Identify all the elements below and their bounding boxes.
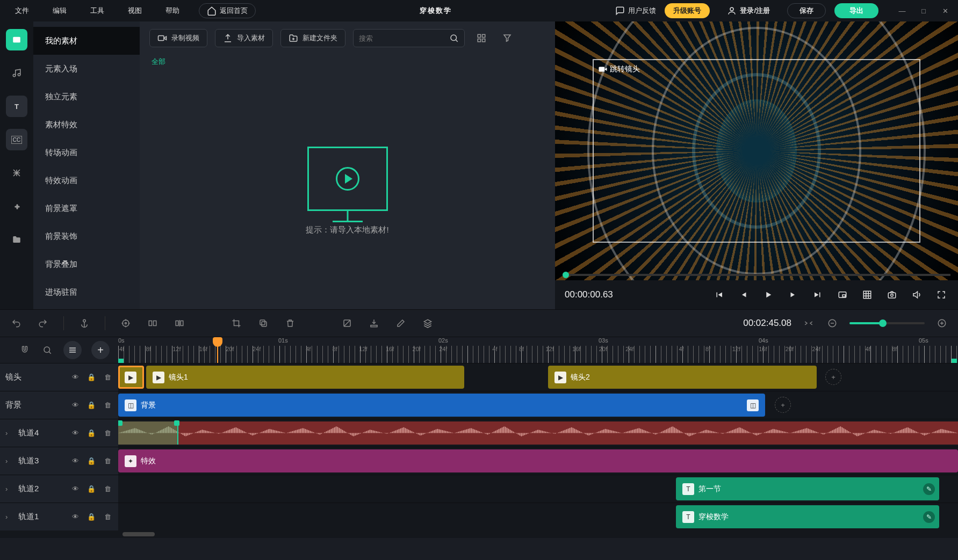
clip-shot-1[interactable]: ▶镜头1 — [146, 366, 464, 389]
preview-scrubber[interactable] — [563, 274, 950, 276]
fullscreen-button[interactable] — [934, 288, 948, 302]
clip-title[interactable]: T穿梭数学✎ — [676, 505, 939, 528]
hscroll-thumb[interactable] — [123, 532, 155, 536]
cat-fg-mask[interactable]: 前景遮罩 — [33, 194, 140, 222]
search-timeline-button[interactable] — [41, 344, 54, 357]
save-button[interactable]: 保存 — [787, 3, 826, 18]
mask-button[interactable] — [341, 317, 354, 330]
search-input[interactable] — [359, 34, 449, 42]
rail-text[interactable]: T — [6, 96, 27, 117]
lock-toggle[interactable]: 🔒 — [86, 429, 97, 437]
window-maximize[interactable]: □ — [914, 3, 933, 18]
rail-pattern[interactable] — [6, 162, 27, 184]
list-tracks-button[interactable] — [63, 341, 82, 359]
menu-edit[interactable]: 编辑 — [41, 0, 78, 21]
cat-standalone[interactable]: 独立元素 — [33, 83, 140, 111]
clip-bg[interactable]: ◫背景◫ — [118, 394, 765, 417]
filter-all[interactable]: 全部 — [152, 57, 165, 66]
add-clip-button[interactable]: + — [825, 369, 841, 385]
snapshot-button[interactable] — [885, 288, 899, 302]
menu-view[interactable]: 视图 — [116, 0, 154, 21]
visibility-toggle[interactable]: 👁 — [70, 373, 81, 381]
delete-track[interactable]: 🗑 — [102, 485, 113, 493]
cat-bg-overlay[interactable]: 背景叠加 — [33, 250, 140, 278]
clip-audio[interactable] — [118, 421, 958, 445]
upgrade-button[interactable]: 升级账号 — [665, 3, 710, 18]
rail-plugin[interactable] — [6, 195, 27, 217]
delete-track[interactable]: 🗑 — [102, 513, 113, 521]
newfolder-button[interactable]: 新建文件夹 — [280, 29, 345, 47]
grid-button[interactable] — [860, 288, 874, 302]
lock-toggle[interactable]: 🔒 — [86, 401, 97, 409]
magnet-button[interactable] — [18, 344, 31, 357]
delete-track[interactable]: 🗑 — [102, 429, 113, 437]
menu-file[interactable]: 文件 — [3, 0, 41, 21]
zoom-in-button[interactable] — [935, 317, 948, 330]
volume-button[interactable] — [910, 288, 924, 302]
cat-my-assets[interactable]: 我的素材 — [33, 27, 140, 55]
audio-selection[interactable] — [118, 421, 178, 445]
add-clip-button[interactable]: + — [775, 397, 791, 413]
chevron-right-icon[interactable]: › — [5, 429, 13, 437]
add-track-button[interactable]: + — [91, 341, 110, 359]
feedback-button[interactable]: 用户反馈 — [615, 6, 656, 16]
lock-toggle[interactable]: 🔒 — [86, 373, 97, 381]
clip-shot-0[interactable]: ▶ — [118, 366, 144, 389]
chevron-right-icon[interactable]: › — [5, 485, 13, 493]
rail-media[interactable] — [6, 29, 27, 50]
menu-tool[interactable]: 工具 — [78, 0, 116, 21]
in-marker[interactable] — [118, 359, 124, 363]
login-button[interactable]: 登录/注册 — [718, 3, 779, 18]
lane-shot[interactable]: ▶ ▶镜头1 ▶镜头2 + — [118, 363, 958, 391]
cat-enter-stay[interactable]: 进场驻留 — [33, 278, 140, 306]
layers-button[interactable] — [421, 317, 434, 330]
pip-button[interactable] — [835, 288, 849, 302]
zoom-knob[interactable] — [879, 319, 887, 327]
export-frame-button[interactable] — [368, 317, 380, 330]
cat-fg-deco[interactable]: 前景装饰 — [33, 222, 140, 250]
visibility-toggle[interactable]: 👁 — [70, 429, 81, 437]
clip-shot-2[interactable]: ▶镜头2 — [548, 366, 817, 389]
menu-help[interactable]: 帮助 — [154, 0, 191, 21]
search-box[interactable] — [353, 29, 465, 47]
scrubber-handle[interactable] — [563, 272, 569, 278]
lane-2[interactable]: T第一节✎ — [118, 475, 958, 503]
lock-toggle[interactable]: 🔒 — [86, 485, 97, 493]
fit-button[interactable] — [802, 317, 815, 330]
delete-track[interactable]: 🗑 — [102, 401, 113, 409]
visibility-toggle[interactable]: 👁 — [70, 513, 81, 521]
window-minimize[interactable]: — — [892, 3, 912, 18]
goto-start-button[interactable] — [712, 288, 726, 302]
lane-1[interactable]: T穿梭数学✎ — [118, 503, 958, 530]
copy-button[interactable] — [257, 317, 270, 330]
delete-track[interactable]: 🗑 — [102, 373, 113, 381]
redo-button[interactable] — [37, 317, 49, 330]
playhead[interactable] — [217, 337, 218, 363]
visibility-toggle[interactable]: 👁 — [70, 457, 81, 465]
export-button[interactable]: 导出 — [834, 3, 878, 18]
cat-fx-anim[interactable]: 特效动画 — [33, 166, 140, 194]
rail-subtitle[interactable]: CC — [6, 129, 27, 150]
lane-bg[interactable]: ◫背景◫ + — [118, 391, 958, 419]
undo-button[interactable] — [10, 317, 23, 330]
delete-button[interactable] — [284, 317, 297, 330]
play-button[interactable] — [761, 288, 775, 302]
edit-clip-button[interactable]: ✎ — [923, 483, 935, 495]
next-frame-button[interactable] — [786, 288, 800, 302]
locate-button[interactable] — [119, 317, 132, 330]
home-button[interactable]: 返回首页 — [199, 3, 256, 18]
cat-element-in[interactable]: 元素入场 — [33, 55, 140, 83]
visibility-toggle[interactable]: 👁 — [70, 485, 81, 493]
clip-section1[interactable]: T第一节✎ — [676, 477, 939, 500]
visibility-toggle[interactable]: 👁 — [70, 401, 81, 409]
edit-clip-button[interactable]: ✎ — [923, 511, 935, 523]
rail-audio[interactable] — [6, 62, 27, 84]
preview-stage[interactable]: 跳转镜头 — [555, 21, 958, 280]
chevron-right-icon[interactable]: › — [5, 457, 13, 465]
split-button[interactable] — [146, 317, 159, 330]
cat-transition[interactable]: 转场动画 — [33, 139, 140, 166]
window-close[interactable]: ✕ — [935, 3, 955, 18]
lane-4[interactable] — [118, 419, 958, 447]
mirror-button[interactable] — [173, 317, 186, 330]
lock-toggle[interactable]: 🔒 — [86, 457, 97, 465]
